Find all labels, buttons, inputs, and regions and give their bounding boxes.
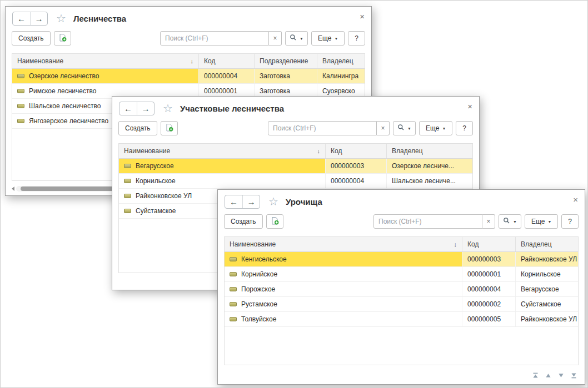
forward-button[interactable]: → <box>30 12 47 25</box>
more-button[interactable]: Еще ▼ <box>311 31 345 46</box>
column-header-name[interactable]: Наименование ↓ <box>119 144 326 158</box>
back-button[interactable]: ← <box>13 12 30 25</box>
create-button[interactable]: Создать <box>12 31 51 46</box>
table-row[interactable]: Корнильское 000000004 Шальское лесниче..… <box>119 174 472 189</box>
column-header-code[interactable]: Код <box>199 54 255 68</box>
code-cell: 000000003 <box>326 159 387 173</box>
scroll-left-icon[interactable] <box>12 187 14 191</box>
close-icon[interactable]: × <box>467 102 472 110</box>
column-header-name[interactable]: Наименование ↓ <box>12 54 199 68</box>
column-header-owner[interactable]: Владелец <box>387 144 472 158</box>
titlebar[interactable]: ← → ☆ Урочища × <box>218 190 585 213</box>
table-row[interactable]: Толвуйское 000000005 Райконковское УЛ <box>225 312 578 327</box>
forward-arrow-icon: → <box>142 104 150 113</box>
name-cell: Рустамское <box>225 297 462 311</box>
column-header-name[interactable]: Наименование ↓ <box>225 237 462 251</box>
owner-cell: Суйстамское <box>516 297 578 311</box>
row-name: Корнийское <box>241 270 277 278</box>
owner-cell: Райконковское УЛ <box>516 312 578 326</box>
clear-search-button[interactable]: × <box>377 121 390 135</box>
go-previous-button[interactable] <box>545 372 552 379</box>
catalog-item-icon <box>17 119 24 123</box>
forward-button[interactable]: → <box>137 102 154 115</box>
row-name: Рустамское <box>241 300 277 308</box>
column-label: Наименование <box>17 57 63 65</box>
go-first-button[interactable] <box>532 372 539 379</box>
catalog-item-icon <box>17 74 24 78</box>
catalog-item-icon <box>17 104 24 108</box>
column-header-owner[interactable]: Владелец <box>317 54 365 68</box>
create-button[interactable]: Создать <box>118 121 157 135</box>
search-input[interactable] <box>268 121 377 135</box>
row-name: Вегарусское <box>136 162 174 170</box>
clear-search-button[interactable]: × <box>269 31 282 46</box>
table-row[interactable]: Рустамское 000000002 Суйстамское <box>225 297 578 312</box>
desktop: ← → ☆ Лесничества × Создать × ▼ Еще ▼ <box>0 0 588 388</box>
search-settings-button[interactable]: ▼ <box>285 31 308 46</box>
search-input[interactable] <box>160 31 269 46</box>
magnifier-icon <box>290 34 297 43</box>
table-header: Наименование ↓ Код Владелец <box>225 237 578 252</box>
forward-button[interactable]: → <box>242 195 260 208</box>
search-box: × <box>373 214 495 229</box>
go-last-button[interactable] <box>570 372 577 379</box>
create-group-button[interactable] <box>161 121 178 135</box>
column-label: Наименование <box>230 240 276 248</box>
close-icon[interactable]: × <box>573 195 578 204</box>
catalog-item-icon <box>230 272 237 276</box>
sort-descending-icon: ↓ <box>451 241 457 248</box>
create-group-button[interactable] <box>54 31 71 46</box>
back-arrow-icon: ← <box>17 14 26 23</box>
search-box: × <box>268 121 390 135</box>
search-box: × <box>160 31 282 46</box>
more-button[interactable]: Еще ▼ <box>525 214 558 229</box>
new-group-icon <box>58 33 67 43</box>
row-name: Корнильское <box>136 177 176 185</box>
search-settings-button[interactable]: ▼ <box>393 121 416 135</box>
column-header-owner[interactable]: Владелец <box>516 237 578 251</box>
column-header-code[interactable]: Код <box>326 144 387 158</box>
clear-search-button[interactable]: × <box>482 214 495 229</box>
code-cell: 000000004 <box>326 174 387 188</box>
row-name: Янгозерское лесничество <box>29 117 108 125</box>
row-navigation <box>532 372 577 379</box>
name-cell: Корнильское <box>119 174 326 188</box>
table-row[interactable]: Озерское лесничество 000000004 Заготовка… <box>12 69 365 84</box>
back-button[interactable]: ← <box>225 195 242 208</box>
forward-arrow-icon: → <box>35 14 43 23</box>
row-name: Райконковское УЛ <box>136 192 192 200</box>
close-icon[interactable]: × <box>360 12 365 21</box>
chevron-down-icon: ▼ <box>334 37 338 41</box>
table-row[interactable]: Порожское 000000004 Вегарусское <box>225 282 578 297</box>
column-header-code[interactable]: Код <box>462 237 516 251</box>
create-group-button[interactable] <box>266 214 283 229</box>
name-cell: Кенгисельское <box>225 252 462 266</box>
name-cell: Озерское лесничество <box>12 69 199 83</box>
owner-cell: Калинингра <box>317 69 365 83</box>
name-cell: Порожское <box>225 282 462 296</box>
help-button[interactable]: ? <box>561 214 579 229</box>
column-header-department[interactable]: Подразделение <box>255 54 317 68</box>
toolbar: Создать × ▼ Еще ▼ ? <box>218 213 585 234</box>
toolbar: Создать × ▼ Еще ▼ ? <box>6 30 371 51</box>
create-button[interactable]: Создать <box>224 214 263 229</box>
more-button[interactable]: Еще ▼ <box>419 121 452 135</box>
titlebar[interactable]: ← → ☆ Участковые лесничества × <box>112 97 479 120</box>
favorite-star-icon[interactable]: ☆ <box>163 103 173 114</box>
owner-cell: Озерское лесниче... <box>387 159 472 173</box>
table-row[interactable]: Кенгисельское 000000003 Райконковское УЛ <box>225 252 578 267</box>
help-button[interactable]: ? <box>348 31 365 46</box>
favorite-star-icon[interactable]: ☆ <box>56 13 66 24</box>
department-cell: Заготовка <box>255 69 317 83</box>
table-row[interactable]: Корнийское 000000001 Корнильское <box>225 267 578 282</box>
search-input[interactable] <box>373 214 482 229</box>
go-next-button[interactable] <box>557 372 565 379</box>
titlebar[interactable]: ← → ☆ Лесничества × <box>6 7 371 30</box>
search-settings-button[interactable]: ▼ <box>499 214 521 229</box>
favorite-star-icon[interactable]: ☆ <box>268 196 278 207</box>
table-row[interactable]: Вегарусское 000000003 Озерское лесниче..… <box>119 159 472 174</box>
help-button[interactable]: ? <box>456 121 473 135</box>
nav-history-group: ← → <box>12 12 48 26</box>
back-button[interactable]: ← <box>119 102 137 115</box>
magnifier-icon <box>397 124 405 133</box>
